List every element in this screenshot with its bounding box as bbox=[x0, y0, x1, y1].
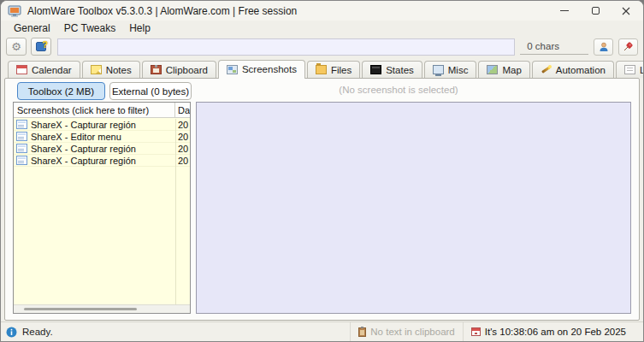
info-icon bbox=[6, 327, 17, 338]
settings-button[interactable]: ⚙ bbox=[6, 38, 27, 56]
minimize-icon bbox=[560, 10, 569, 11]
tab-bar: Calendar Notes Clipboard Screenshots Fil… bbox=[8, 59, 640, 78]
menu-bar: General PC Tweaks Help bbox=[1, 21, 643, 35]
tab-states[interactable]: States bbox=[362, 61, 422, 78]
resize-grip[interactable] bbox=[634, 333, 641, 339]
tab-files[interactable]: Files bbox=[307, 61, 360, 78]
gear-icon: ⚙ bbox=[11, 41, 21, 52]
close-button[interactable] bbox=[611, 1, 641, 21]
menu-pc-tweaks[interactable]: PC Tweaks bbox=[57, 21, 122, 35]
tab-map[interactable]: Map bbox=[478, 61, 529, 78]
horizontal-scrollbar[interactable] bbox=[14, 304, 190, 313]
help-icon: ? bbox=[36, 42, 46, 51]
screenshot-icon bbox=[227, 65, 238, 74]
map-icon bbox=[487, 65, 498, 74]
screenshot-row[interactable]: ShareX - Editor menu 20 bbox=[14, 131, 190, 143]
screenshot-list: Screenshots (click here to filter) Da Sh… bbox=[13, 102, 191, 314]
maximize-button[interactable] bbox=[580, 1, 611, 21]
note-icon bbox=[91, 65, 102, 74]
screenshot-thumb-icon bbox=[16, 120, 27, 129]
close-icon bbox=[622, 7, 630, 15]
clipboard-status-icon bbox=[358, 327, 366, 337]
screenshot-row[interactable]: ShareX - Capturar región 20 bbox=[14, 119, 190, 131]
screenshot-row[interactable]: ShareX - Capturar región 20 bbox=[14, 155, 190, 167]
calendar-icon bbox=[16, 65, 27, 74]
monitor-icon bbox=[433, 65, 444, 74]
screenshot-row[interactable]: ShareX - Capturar región 20 bbox=[14, 143, 190, 155]
clipboard-status-text: No text in clipboard bbox=[370, 327, 454, 337]
pin-button[interactable] bbox=[618, 38, 638, 56]
toolbar: ⚙ ? 0 chars bbox=[1, 35, 643, 58]
user-button[interactable] bbox=[594, 38, 613, 56]
list-body: ShareX - Capturar región 20 ShareX - Edi… bbox=[14, 119, 190, 304]
menu-help[interactable]: Help bbox=[122, 21, 157, 35]
app-window: AlomWare Toolbox v5.3.0.3 | AlomWare.com… bbox=[0, 0, 644, 342]
tab-misc[interactable]: Misc bbox=[424, 61, 477, 78]
tab-calendar[interactable]: Calendar bbox=[8, 61, 80, 78]
datetime-status: It's 10:38:06 am on 20 Feb 2025 bbox=[463, 322, 634, 341]
screenshot-preview-area bbox=[196, 102, 631, 314]
column-divider bbox=[175, 119, 176, 304]
tab-notes[interactable]: Notes bbox=[82, 61, 140, 78]
scrollbar-thumb[interactable] bbox=[24, 308, 137, 310]
title-bar[interactable]: AlomWare Toolbox v5.3.0.3 | AlomWare.com… bbox=[1, 1, 643, 21]
minimize-button[interactable] bbox=[549, 1, 580, 21]
app-icon bbox=[8, 5, 21, 17]
char-count-label: 0 chars bbox=[520, 39, 588, 55]
command-input[interactable] bbox=[57, 38, 515, 56]
help-button[interactable]: ? bbox=[31, 38, 51, 56]
external-source-button[interactable]: External (0 bytes) bbox=[109, 82, 192, 100]
document-icon bbox=[624, 65, 635, 74]
states-icon bbox=[370, 65, 381, 74]
column-header-date[interactable]: Da bbox=[174, 103, 190, 117]
menu-general[interactable]: General bbox=[7, 21, 57, 35]
screenshots-panel: Toolbox (2 MB) External (0 bytes) (No sc… bbox=[4, 78, 640, 321]
clipboard-status: No text in clipboard bbox=[350, 322, 462, 341]
list-header[interactable]: Screenshots (click here to filter) Da bbox=[14, 103, 190, 118]
screenshot-thumb-icon bbox=[16, 156, 27, 165]
status-ready-text: Ready. bbox=[22, 327, 53, 337]
tab-automation[interactable]: Automation bbox=[532, 61, 614, 78]
wand-icon bbox=[541, 65, 552, 74]
tab-clipboard[interactable]: Clipboard bbox=[142, 61, 216, 78]
datetime-text: It's 10:38:06 am on 20 Feb 2025 bbox=[485, 327, 626, 337]
toolbox-source-button[interactable]: Toolbox (2 MB) bbox=[17, 82, 105, 100]
status-bar: Ready. No text in clipboard It's 10:38:0… bbox=[1, 321, 643, 341]
window-title: AlomWare Toolbox v5.3.0.3 | AlomWare.com… bbox=[27, 5, 297, 17]
tab-screenshots[interactable]: Screenshots bbox=[218, 60, 305, 79]
clipboard-icon bbox=[151, 65, 162, 74]
screenshot-thumb-icon bbox=[16, 144, 27, 153]
maximize-icon bbox=[592, 7, 600, 15]
no-screenshot-message: (No screenshot is selected) bbox=[270, 85, 527, 95]
folder-icon bbox=[316, 65, 327, 74]
tab-log[interactable]: Log bbox=[616, 61, 644, 78]
calendar-status-icon bbox=[471, 327, 481, 336]
pushpin-icon bbox=[623, 41, 634, 52]
column-header-screenshots[interactable]: Screenshots (click here to filter) bbox=[14, 105, 174, 115]
person-icon bbox=[599, 42, 609, 52]
screenshot-thumb-icon bbox=[16, 132, 27, 141]
